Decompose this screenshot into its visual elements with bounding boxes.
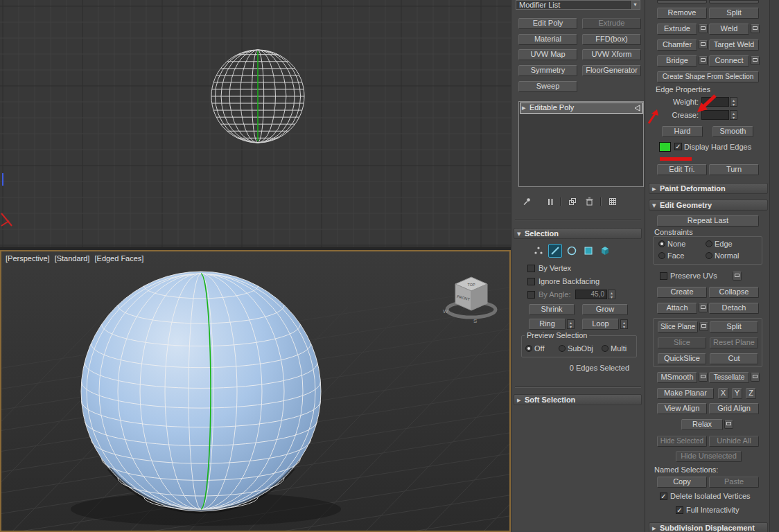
clipped-button[interactable] [709,0,759,3]
subobject-edge-icon[interactable] [548,244,562,258]
floorgenerator-modifier-button[interactable]: FloorGenerator [582,65,641,76]
cut-button[interactable]: Cut [710,353,758,364]
hard-button[interactable]: Hard [662,126,703,137]
constraint-none-radio[interactable] [658,240,665,247]
unhide-all-button[interactable]: Unhide All [709,436,759,447]
create-shape-button[interactable]: Create Shape From Selection [657,71,759,82]
chamfer-button[interactable]: Chamfer [657,39,697,51]
connect-settings-button[interactable] [751,56,760,65]
delete-isolated-vertices-checkbox[interactable] [660,493,667,500]
show-end-result-icon[interactable] [545,196,556,207]
remove-button[interactable]: Remove [657,8,707,19]
ffd-box-modifier-button[interactable]: FFD(box) [582,34,641,45]
constraint-normal-radio[interactable] [706,252,712,259]
bridge-settings-button[interactable] [699,56,708,65]
top-viewport[interactable] [0,0,511,247]
by-angle-field[interactable]: 45,0 [575,290,607,299]
sweep-modifier-button[interactable]: Sweep [518,81,577,92]
detach-button[interactable]: Detach [709,303,759,314]
edit-poly-modifier-button[interactable]: Edit Poly [518,18,577,29]
create-button[interactable]: Create [657,287,707,298]
uvw-xform-modifier-button[interactable]: UVW Xform [582,49,641,60]
attach-button[interactable]: Attach [657,303,697,314]
clipped-button[interactable] [657,0,707,3]
pin-stack-icon[interactable] [521,196,532,207]
extrude-modifier-button[interactable]: Extrude [582,18,641,29]
view-align-button[interactable]: View Align [657,403,707,414]
quickslice-button[interactable]: QuickSlice [658,353,706,364]
modifier-list-dropdown[interactable]: Modifier List [516,0,640,10]
subobject-polygon-icon[interactable] [581,244,595,258]
preview-off-radio[interactable] [525,345,532,352]
attach-settings-button[interactable] [699,303,708,312]
crease-spinner[interactable] [730,110,737,120]
extrude-settings-button[interactable] [699,24,708,33]
weld-button[interactable]: Weld [709,24,749,35]
split-button[interactable]: Split [709,8,759,19]
viewport-render-label[interactable]: [Standard] [55,254,90,263]
preserve-uvs-settings-button[interactable] [733,272,742,281]
reset-plane-button[interactable]: Reset Plane [710,337,758,348]
hard-edge-color-swatch[interactable] [659,142,671,152]
relax-settings-button[interactable] [724,420,733,429]
hide-unselected-button[interactable]: Hide Unselected [676,451,742,462]
constraint-edge-radio[interactable] [706,240,712,247]
modifier-stack[interactable]: Editable Poly [518,101,644,187]
turn-button[interactable]: Turn [709,164,759,175]
weight-spinner[interactable] [730,97,737,107]
symmetry-modifier-button[interactable]: Symmetry [518,65,577,76]
extrude-button[interactable]: Extrude [657,24,697,35]
loop-button[interactable]: Loop [582,319,619,330]
rollout-edit-geometry[interactable]: Edit Geometry [649,200,768,211]
uvw-map-modifier-button[interactable]: UVW Map [518,49,577,60]
by-vertex-checkbox[interactable] [527,265,535,272]
subobject-border-icon[interactable] [565,244,579,258]
constraint-face-radio[interactable] [658,252,665,259]
paste-button[interactable]: Paste [709,477,759,488]
relax-button[interactable]: Relax [681,419,723,430]
by-angle-spinner[interactable] [608,290,615,299]
preview-subobj-radio[interactable] [559,345,566,352]
material-modifier-button[interactable]: Material [518,34,577,45]
bridge-button[interactable]: Bridge [657,55,697,66]
weld-settings-button[interactable] [751,24,760,33]
make-planar-z-button[interactable]: Z [746,388,756,399]
display-hard-edges-checkbox[interactable] [674,143,682,150]
edit-tri-button[interactable]: Edit Tri. [657,164,707,175]
preserve-uvs-checkbox[interactable] [660,272,667,280]
grid-align-button[interactable]: Grid Align [709,403,759,414]
rollout-soft-selection[interactable]: Soft Selection [514,394,642,405]
slice-plane-button[interactable]: Slice Plane [658,321,698,332]
ring-spinner[interactable] [567,319,575,329]
full-interactivity-checkbox[interactable] [676,506,683,514]
viewport-pov-label[interactable]: [Perspective] [6,254,50,263]
make-planar-button[interactable]: Make Planar [657,388,714,399]
slice-plane-settings-button[interactable] [699,322,708,331]
slice-button[interactable]: Slice [658,337,706,348]
loop-spinner[interactable] [620,319,628,329]
target-weld-button[interactable]: Target Weld [709,39,759,51]
ring-button[interactable]: Ring [529,319,566,330]
tessellate-settings-button[interactable] [751,373,760,382]
repeat-last-button[interactable]: Repeat Last [657,215,759,227]
subobject-element-icon[interactable] [598,244,612,258]
perspective-viewport[interactable]: TOPFRONTWS [Perspective] [Standard] [Edg… [0,250,511,532]
panel-scrollbar[interactable] [769,0,779,532]
chamfer-settings-button[interactable] [699,40,708,49]
configure-modifier-sets-icon[interactable] [607,196,618,207]
make-planar-x-button[interactable]: X [718,388,728,399]
msmooth-button[interactable]: MSmooth [657,372,697,383]
rollout-selection[interactable]: Selection [514,228,642,239]
msmooth-settings-button[interactable] [699,373,708,382]
shrink-button[interactable]: Shrink [529,304,575,315]
grow-button[interactable]: Grow [582,304,628,315]
tessellate-button[interactable]: Tessellate [709,372,749,383]
rollout-subdivision-displacement[interactable]: Subdivision Displacement [649,522,768,532]
rollout-paint-deformation[interactable]: Paint Deformation [649,183,768,194]
split-toggle-button[interactable]: Split [710,321,758,332]
make-unique-icon[interactable] [567,196,578,207]
make-planar-y-button[interactable]: Y [732,388,742,399]
hide-selected-button[interactable]: Hide Selected [657,436,707,447]
smooth-button[interactable]: Smooth [712,126,753,137]
ignore-backfacing-checkbox[interactable] [527,278,535,285]
